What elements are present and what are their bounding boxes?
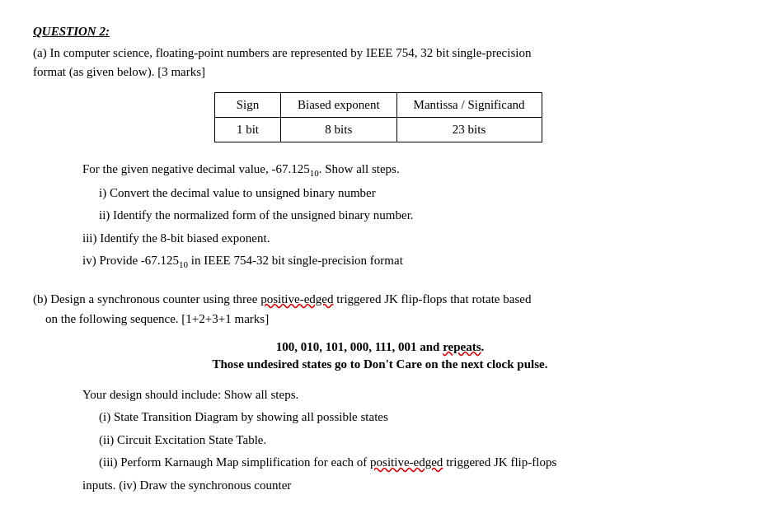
dont-care-line: Those undesired states go to Don't Care …	[33, 357, 727, 371]
part-a-question-i: i) Convert the decimal value to unsigned…	[99, 183, 727, 204]
table-header-mantissa: Mantissa / Significand	[396, 93, 542, 118]
table-cell-mantissa-bits: 23 bits	[396, 118, 542, 142]
part-b-intro: (b) Design a synchronous counter using t…	[33, 289, 727, 329]
part-b-body: Your design should include: Show all ste…	[82, 385, 727, 497]
part-b-item-iv: inputs. (iv) Draw the synchronous counte…	[82, 475, 727, 497]
part-b-item-i: (i) State Transition Diagram by showing …	[99, 407, 727, 428]
part-a-question-intro: For the given negative decimal value, -6…	[82, 159, 727, 181]
ieee-table: Sign Biased exponent Mantissa / Signific…	[214, 92, 542, 142]
table-cell-biased-bits: 8 bits	[281, 118, 397, 142]
part-b-your-design: Your design should include: Show all ste…	[82, 385, 727, 406]
table-header-sign: Sign	[215, 93, 281, 118]
question-title: QUESTION 2:	[33, 25, 727, 39]
part-b-item-iii: (iii) Perform Karnaugh Map simplificatio…	[99, 452, 727, 474]
part-a-question-iv: iv) Provide -67.12510 in IEEE 754-32 bit…	[82, 250, 727, 273]
part-a-question-iii: iii) Identify the 8-bit biased exponent.	[82, 228, 727, 250]
part-a-body: For the given negative decimal value, -6…	[82, 159, 727, 273]
part-a-intro: (a) In computer science, floating-point …	[33, 44, 727, 81]
part-b-item-ii: (ii) Circuit Excitation State Table.	[99, 430, 727, 451]
sequence-line: 100, 010, 101, 000, 111, 001 and repeats…	[33, 340, 727, 354]
table-header-biased: Biased exponent	[281, 93, 397, 118]
table-cell-sign-bits: 1 bit	[215, 118, 281, 142]
part-a-question-ii: ii) Identify the normalized form of the …	[99, 205, 727, 226]
